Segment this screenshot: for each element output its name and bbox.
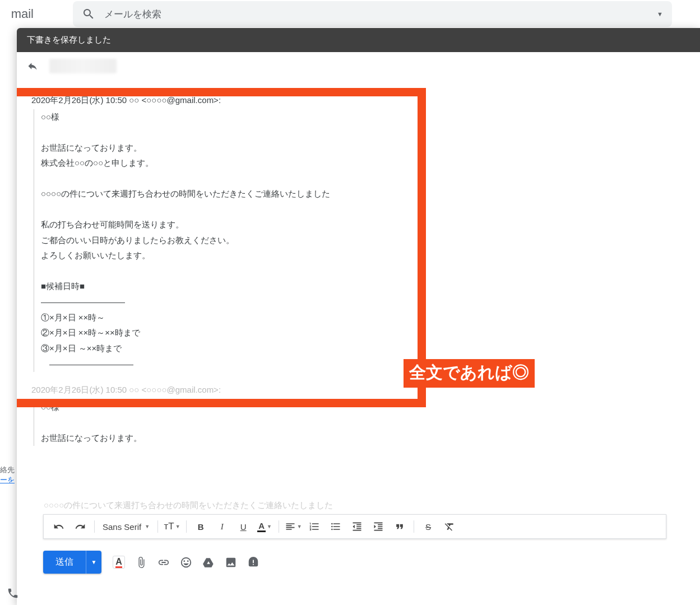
italic-button[interactable]: I: [212, 517, 231, 536]
mail-line: ■候補日時■: [41, 278, 685, 294]
mail-line: ①×月×日 ××時～: [41, 310, 685, 325]
underline-button[interactable]: U: [234, 517, 253, 536]
bullet-list-button[interactable]: [326, 517, 345, 536]
redo-button[interactable]: [71, 517, 90, 536]
gmail-logo: mail: [0, 7, 34, 21]
send-options-button[interactable]: ▼: [86, 551, 101, 574]
search-options-caret[interactable]: ▼: [657, 11, 663, 17]
indent-less-button[interactable]: [347, 517, 367, 536]
compose-body[interactable]: 全文であれば◎ 2020年2月26日(水) 10:50 ○○ <○○○○@gma…: [17, 80, 700, 446]
search-icon: [82, 7, 95, 21]
search-box[interactable]: メールを検索 ▼: [73, 1, 672, 27]
attach-file-button[interactable]: [134, 555, 149, 570]
insert-link-button[interactable]: [156, 555, 171, 570]
recipient-chip[interactable]: [49, 59, 117, 73]
strikethrough-button[interactable]: S: [419, 517, 438, 536]
compose-actions-row: 送信 ▼ A: [43, 551, 261, 574]
mail-line: ――――――――――: [41, 356, 685, 372]
mail-line: ――――――――――: [41, 294, 685, 310]
sidebar-fragment: 絡先 ーを: [0, 465, 15, 485]
send-button[interactable]: 送信: [43, 551, 86, 574]
clear-formatting-button[interactable]: [440, 517, 459, 536]
quote-button[interactable]: [390, 517, 409, 536]
mail-line: ③×月×日 ～××時まで: [41, 341, 685, 356]
mail-line: 株式会社○○の○○と申します。: [41, 155, 685, 171]
mail-line: お世話になっております。: [41, 140, 685, 156]
align-button[interactable]: ▼: [284, 517, 303, 536]
undo-button[interactable]: [49, 517, 68, 536]
insert-photo-button[interactable]: [224, 555, 238, 570]
mail-line: お世話になっております。: [41, 430, 685, 446]
send-group: 送信 ▼: [43, 551, 101, 574]
insert-drive-button[interactable]: [201, 555, 216, 570]
mail-line: ②×月×日 ××時～××時まで: [41, 325, 685, 341]
recipients-row[interactable]: [17, 52, 700, 80]
formatting-toolbar: Sans Serif ▼ тT ▼ B I U A ▼ ▼ S: [43, 514, 666, 539]
truncated-body-line: ○○○○の件について来週打ち合わせの時間をいただきたくご連絡いたしました: [29, 496, 347, 511]
chevron-down-icon: ▼: [91, 559, 97, 565]
text-color-button[interactable]: A ▼: [255, 517, 274, 536]
quote-header-2: 2020年2月26日(水) 10:50 ○○ <○○○○@gmail.com>:: [31, 382, 685, 398]
quote-header-1: 2020年2月26日(水) 10:50 ○○ <○○○○@gmail.com>:: [31, 92, 685, 108]
gmail-header: mail メールを検索 ▼: [0, 0, 700, 28]
quoted-mail-1: 2020年2月26日(水) 10:50 ○○ <○○○○@gmail.com>:…: [17, 80, 700, 372]
insert-emoji-button[interactable]: [179, 555, 193, 570]
chevron-down-icon: ▼: [145, 524, 150, 529]
compose-window: 下書きを保存しました 全文であれば◎ 2020年2月26日(水) 10:50 ○…: [17, 28, 700, 605]
phone-icon[interactable]: [7, 587, 19, 602]
search-placeholder: メールを検索: [104, 8, 657, 21]
mail-line: ○○○○の件について来週打ち合わせの時間をいただきたくご連絡いたしました: [41, 186, 685, 202]
mail-line: ○○様: [41, 109, 685, 125]
annotation-label: 全文であれば◎: [404, 359, 535, 388]
quoted-mail-2: 2020年2月26日(水) 10:50 ○○ <○○○○@gmail.com>:…: [17, 382, 700, 446]
mail-line: よろしくお願いいたします。: [41, 248, 685, 263]
indent-more-button[interactable]: [369, 517, 388, 536]
confidential-mode-button[interactable]: [246, 555, 261, 570]
numbered-list-button[interactable]: [305, 517, 324, 536]
font-select[interactable]: Sans Serif ▼: [99, 522, 153, 532]
reply-icon: [27, 61, 38, 72]
mail-line: ○○様: [41, 399, 685, 415]
bold-button[interactable]: B: [191, 517, 210, 536]
mail-line: ご都合のいい日時がありましたらお教えください。: [41, 232, 685, 248]
font-name: Sans Serif: [103, 522, 141, 532]
compose-title-bar: 下書きを保存しました: [17, 28, 700, 52]
mail-line: 私の打ち合わせ可能時間を送ります。: [41, 217, 685, 232]
text-format-toggle[interactable]: A: [112, 555, 126, 570]
font-size-button[interactable]: тT ▼: [163, 517, 182, 536]
